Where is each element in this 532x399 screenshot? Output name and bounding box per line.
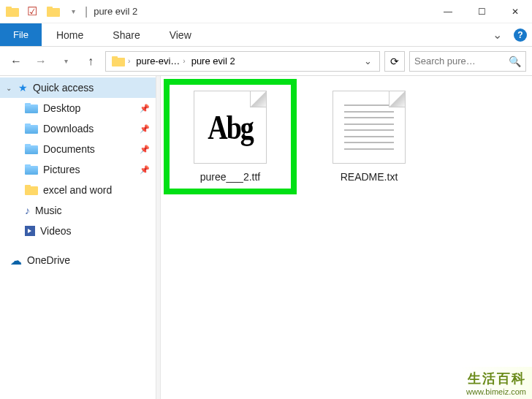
- tab-view[interactable]: View: [155, 23, 206, 46]
- ribbon: File Home Share View ⌄ ?: [0, 23, 532, 47]
- sidebar-item-label: Desktop: [43, 102, 80, 114]
- sidebar-item-label: Videos: [40, 225, 72, 237]
- help-button[interactable]: ?: [509, 23, 532, 46]
- pin-icon: 📌: [140, 124, 150, 134]
- minimize-button[interactable]: —: [431, 0, 465, 23]
- address-dropdown-icon[interactable]: ⌄: [360, 56, 376, 66]
- pictures-icon: [25, 164, 38, 175]
- close-button[interactable]: ✕: [498, 0, 532, 23]
- sidebar-item-excel-and-word[interactable]: excel and word: [0, 180, 160, 200]
- sidebar-item-documents[interactable]: Documents 📌: [0, 139, 160, 159]
- sidebar-item-music[interactable]: ♪ Music: [0, 200, 160, 221]
- sidebar-item-onedrive[interactable]: ☁ OneDrive: [0, 250, 160, 270]
- refresh-button[interactable]: ⟳: [384, 51, 405, 72]
- search-icon: 🔍: [509, 56, 521, 67]
- file-item-text[interactable]: README.txt: [314, 91, 424, 183]
- downloads-icon: [25, 123, 38, 134]
- documents-icon: [25, 144, 38, 154]
- sidebar-quick-access-label: Quick access: [33, 82, 94, 94]
- sidebar-item-downloads[interactable]: Downloads 📌: [0, 118, 160, 139]
- title-separator: |: [85, 5, 88, 18]
- file-thumbnail: [332, 91, 406, 164]
- sidebar-item-label: OneDrive: [27, 254, 70, 266]
- sidebar-item-label: Music: [35, 205, 62, 216]
- folder-icon: [25, 185, 38, 195]
- back-button[interactable]: ←: [6, 51, 26, 72]
- watermark-line2: www.bimeiz.com: [466, 387, 526, 396]
- quick-access-toolbar: ☑ ▾: [6, 6, 79, 18]
- sidebar-quick-access[interactable]: ⌄ ★ Quick access: [0, 77, 160, 98]
- sidebar-item-desktop[interactable]: Desktop 📌: [0, 98, 160, 118]
- desktop-icon: [25, 103, 38, 113]
- pin-icon: 📌: [140, 104, 150, 113]
- text-lines-icon: [344, 102, 395, 153]
- sidebar: ▴ ⌄ ★ Quick access Desktop 📌 Downloads 📌…: [0, 76, 161, 399]
- font-preview-text: Abg: [208, 108, 253, 147]
- tab-home[interactable]: Home: [42, 23, 98, 46]
- forward-button[interactable]: →: [31, 51, 51, 72]
- sidebar-item-pictures[interactable]: Pictures 📌: [0, 159, 160, 180]
- pin-icon: 📌: [140, 145, 150, 154]
- file-tab[interactable]: File: [0, 23, 42, 46]
- sidebar-item-label: Documents: [43, 143, 95, 155]
- page-fold-icon: [389, 91, 405, 107]
- breadcrumb-item-0[interactable]: pure-evi…›: [133, 56, 188, 66]
- file-item-font[interactable]: Abg puree___2.ttf: [175, 91, 285, 183]
- sidebar-item-videos[interactable]: Videos: [0, 221, 160, 241]
- navbar: ← → ▾ ↑ › pure-evi…› pure evil 2 ⌄ ⟳ Sea…: [0, 47, 532, 76]
- ribbon-expand-icon[interactable]: ⌄: [485, 23, 509, 46]
- videos-icon: [25, 226, 35, 236]
- tab-share[interactable]: Share: [98, 23, 154, 46]
- file-label: README.txt: [341, 171, 398, 183]
- new-folder-icon[interactable]: [47, 6, 58, 18]
- page-fold-icon: [250, 91, 266, 107]
- watermark: 生活百科 www.bimeiz.com: [460, 367, 532, 399]
- collapse-icon: ⌄: [6, 84, 12, 92]
- qat-dropdown-icon[interactable]: ▾: [67, 6, 79, 18]
- address-bar[interactable]: › pure-evi…› pure evil 2 ⌄: [105, 51, 380, 72]
- sidebar-item-label: Downloads: [43, 123, 94, 134]
- window-title: pure evil 2: [94, 6, 137, 17]
- onedrive-icon: ☁: [10, 254, 22, 267]
- content-pane[interactable]: Abg puree___2.ttf README.txt: [161, 76, 532, 399]
- search-input[interactable]: Search pure… 🔍: [409, 51, 526, 72]
- maximize-button[interactable]: ☐: [465, 0, 498, 23]
- pin-icon: 📌: [140, 165, 150, 175]
- help-icon: ?: [514, 28, 527, 42]
- recent-locations-button[interactable]: ▾: [56, 51, 76, 72]
- file-thumbnail: Abg: [194, 91, 267, 164]
- breadcrumb-root-icon[interactable]: ›: [109, 56, 133, 66]
- breadcrumb-item-1[interactable]: pure evil 2: [189, 56, 238, 66]
- search-placeholder: Search pure…: [414, 56, 476, 66]
- sidebar-item-label: excel and word: [43, 184, 112, 196]
- window-controls: — ☐ ✕: [431, 0, 532, 23]
- file-label: puree___2.ttf: [200, 171, 261, 183]
- sidebar-item-label: Pictures: [43, 164, 80, 175]
- music-icon: ♪: [25, 205, 30, 216]
- watermark-line1: 生活百科: [466, 370, 526, 387]
- properties-icon[interactable]: ☑: [26, 6, 38, 18]
- main-area: ▴ ⌄ ★ Quick access Desktop 📌 Downloads 📌…: [0, 76, 532, 399]
- star-icon: ★: [18, 82, 28, 94]
- up-button[interactable]: ↑: [80, 51, 101, 72]
- titlebar: ☑ ▾ | pure evil 2 — ☐ ✕: [0, 0, 532, 23]
- folder-icon: [6, 6, 18, 18]
